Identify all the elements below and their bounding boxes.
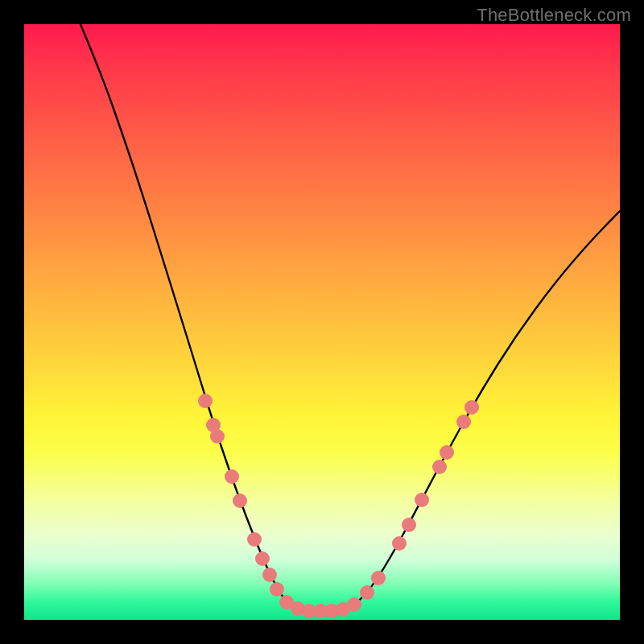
sample-point bbox=[392, 536, 407, 551]
sample-point bbox=[225, 469, 239, 484]
sample-point bbox=[360, 585, 374, 600]
bottleneck-curve bbox=[80, 24, 620, 611]
sample-point bbox=[371, 571, 386, 585]
sample-point bbox=[247, 532, 262, 547]
sample-point bbox=[440, 445, 454, 460]
sample-point bbox=[464, 400, 479, 415]
watermark-text: TheBottleneck.com bbox=[477, 5, 631, 26]
sample-point bbox=[270, 582, 284, 597]
sample-point bbox=[198, 394, 213, 408]
sample-point bbox=[210, 429, 225, 444]
chart-frame: TheBottleneck.com bbox=[0, 0, 644, 644]
sample-point bbox=[415, 493, 429, 507]
sample-point bbox=[347, 597, 361, 612]
sample-point bbox=[233, 493, 247, 508]
sample-point bbox=[255, 551, 270, 566]
sample-point bbox=[402, 518, 416, 532]
sample-point bbox=[262, 568, 277, 582]
plot-area bbox=[24, 24, 620, 620]
sample-points-group bbox=[198, 394, 479, 618]
sample-point bbox=[432, 460, 447, 474]
chart-svg bbox=[24, 24, 620, 620]
sample-point bbox=[456, 415, 471, 429]
